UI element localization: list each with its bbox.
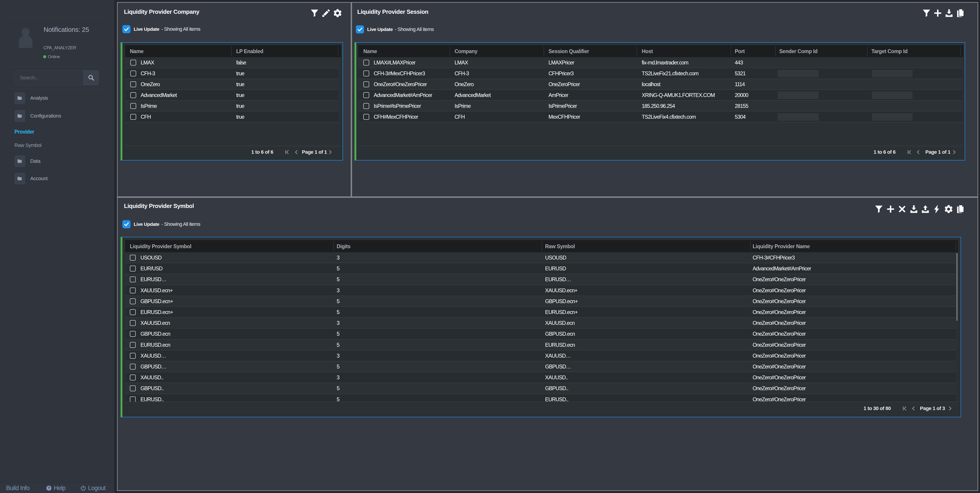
svg-text:?: ? <box>48 486 50 490</box>
